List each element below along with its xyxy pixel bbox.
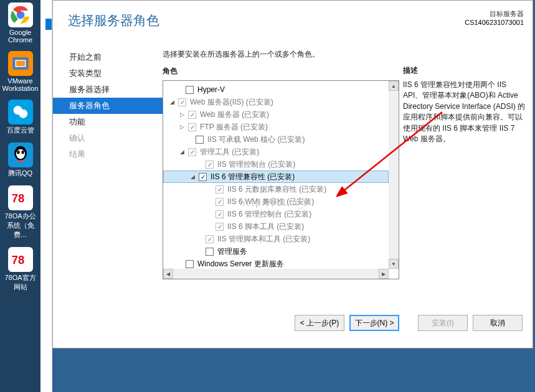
checkbox[interactable] <box>188 111 196 119</box>
app-icon: 78 <box>8 185 33 210</box>
expand-toggle-icon[interactable]: ◢ <box>189 174 196 180</box>
scroll-down-button[interactable]: ▼ <box>389 259 399 269</box>
roles-tree: Hyper-V◢Web 服务器(IIS) (已安装)▷Web 服务器 (已安装)… <box>163 80 399 279</box>
tree-node[interactable]: ◢Web 服务器(IIS) (已安装) <box>163 96 389 108</box>
target-server-value: CS1406231073001 <box>465 19 524 26</box>
tree-node-label: IIS 管理脚本和工具 (已安装) <box>217 234 310 245</box>
background-window-edge <box>40 0 52 392</box>
svg-text:78: 78 <box>11 253 24 266</box>
desktop-icon-label: 百度云管 <box>7 126 34 135</box>
tree-node[interactable]: 管理服务 <box>163 245 389 258</box>
add-roles-wizard: 选择服务器角色 目标服务器 CS1406231073001 开始之前安装类型服务… <box>52 0 533 348</box>
checkbox[interactable] <box>186 86 194 94</box>
checkbox[interactable] <box>215 223 224 231</box>
desktop-icon[interactable]: 7878OA办公系统（免费… <box>0 183 40 242</box>
desktop-icon[interactable]: Google Chrome <box>0 0 40 46</box>
horizontal-scrollbar[interactable]: ◀ ▶ <box>163 269 389 279</box>
tree-node[interactable]: IIS 可承载 Web 核心 (已安装) <box>163 133 389 146</box>
checkbox[interactable] <box>206 248 214 256</box>
tree-node[interactable]: ▷Web 服务器 (已安装) <box>163 108 389 121</box>
desktop-icon-label: 腾讯QQ <box>8 169 32 178</box>
tree-node-label: IIS 6 元数据库兼容性 (已安装) <box>227 184 326 195</box>
tree-node-label: Windows Server 更新服务 <box>197 259 284 269</box>
checkbox[interactable] <box>215 210 224 218</box>
tree-node-label: IIS 管理控制台 (已安装) <box>217 159 295 170</box>
next-button[interactable]: 下一步(N) > <box>349 315 399 331</box>
tree-node[interactable]: Hyper-V <box>163 83 389 96</box>
desktop-icon-label: 78OA办公系统（免费… <box>1 212 39 240</box>
tree-node[interactable]: IIS 6 脚本工具 (已安装) <box>163 220 389 233</box>
target-server-block: 目标服务器 CS1406231073001 <box>465 9 524 26</box>
description-heading: 描述 <box>403 65 526 76</box>
checkbox[interactable] <box>188 123 196 131</box>
svg-point-8 <box>16 149 24 159</box>
checkbox[interactable] <box>188 148 196 156</box>
expand-toggle-icon[interactable]: ◢ <box>178 149 186 155</box>
app-icon <box>8 100 33 124</box>
page-title: 选择服务器角色 <box>68 12 465 29</box>
svg-point-6 <box>19 110 27 118</box>
desktop-icon[interactable]: 百度云管 <box>0 97 40 138</box>
tree-node-label: FTP 服务器 (已安装) <box>200 122 268 133</box>
cancel-button[interactable]: 取消 <box>473 315 523 331</box>
scroll-left-button[interactable]: ◀ <box>163 269 173 279</box>
checkbox[interactable] <box>196 136 204 144</box>
desktop-icon[interactable]: 腾讯QQ <box>0 140 40 180</box>
desktop-icon-label: VMware Workstation <box>1 77 39 92</box>
wizard-footer: < 上一步(P) 下一步(N) > 安装(I) 取消 <box>53 304 533 342</box>
tree-node-label: Web 服务器(IIS) (已安装) <box>190 97 273 108</box>
tree-node[interactable]: IIS 管理控制台 (已安装) <box>163 158 389 170</box>
tree-node[interactable]: ◢管理工具 (已安装) <box>163 146 389 158</box>
tree-node-label: 管理工具 (已安装) <box>200 147 259 157</box>
tree-node[interactable]: IIS 6 WMI 兼容性 (已安装) <box>163 195 389 208</box>
app-icon <box>8 2 33 27</box>
tree-node-label: IIS 6 管理兼容性 (已安装) <box>211 172 295 182</box>
wizard-nav-step[interactable]: 服务器角色 <box>53 98 163 114</box>
tree-node[interactable]: Windows Server 更新服务 <box>163 258 389 269</box>
svg-point-9 <box>17 151 19 154</box>
expand-toggle-icon[interactable]: ▷ <box>178 124 186 130</box>
tree-node[interactable]: IIS 管理脚本和工具 (已安装) <box>163 233 389 245</box>
wizard-nav-step[interactable]: 功能 <box>53 114 163 130</box>
desktop-icon[interactable]: 7878OA官方网站 <box>0 245 40 294</box>
checkbox[interactable] <box>215 185 224 194</box>
checkbox[interactable] <box>186 260 194 268</box>
desktop-icon-column: Google ChromeVMware Workstation百度云管腾讯QQ7… <box>0 0 40 392</box>
prev-button[interactable]: < 上一步(P) <box>295 315 344 331</box>
description-body: IIS 6 管理兼容性对使用两个 IIS API、管理基本对象(ABO)和 Ac… <box>403 80 526 144</box>
target-server-label: 目标服务器 <box>465 9 524 19</box>
desktop-icon-label: 78OA官方网站 <box>1 273 39 292</box>
scroll-right-button[interactable]: ▶ <box>379 269 389 279</box>
tree-node[interactable]: IIS 6 元数据库兼容性 (已安装) <box>163 183 389 195</box>
checkbox[interactable] <box>215 198 224 206</box>
roles-heading: 角色 <box>163 66 399 77</box>
wizard-nav-step[interactable]: 开始之前 <box>53 49 163 65</box>
tree-node-label: Web 服务器 (已安装) <box>200 110 269 120</box>
wizard-nav-step[interactable]: 安装类型 <box>53 65 163 82</box>
checkbox[interactable] <box>178 98 186 106</box>
tree-node[interactable]: IIS 6 管理控制台 (已安装) <box>163 208 389 220</box>
tree-node[interactable]: ◢IIS 6 管理兼容性 (已安装) <box>163 170 389 183</box>
svg-text:78: 78 <box>11 192 24 205</box>
wizard-nav: 开始之前安装类型服务器选择服务器角色功能确认结果 <box>53 44 163 304</box>
expand-toggle-icon[interactable]: ▷ <box>178 111 186 118</box>
scroll-up-button[interactable]: ▲ <box>389 81 399 91</box>
wizard-nav-step[interactable]: 服务器选择 <box>53 82 163 98</box>
vertical-scrollbar[interactable]: ▲ ▼ <box>389 81 399 269</box>
tree-node-label: IIS 6 管理控制台 (已安装) <box>227 209 311 220</box>
install-button[interactable]: 安装(I) <box>418 315 468 331</box>
tree-node-label: 管理服务 <box>217 246 247 257</box>
tree-node[interactable]: ▷FTP 服务器 (已安装) <box>163 121 389 133</box>
desktop-icon[interactable]: VMware Workstation <box>0 49 40 95</box>
wizard-nav-step: 结果 <box>53 146 163 162</box>
checkbox[interactable] <box>206 161 214 169</box>
expand-toggle-icon[interactable]: ◢ <box>168 99 176 105</box>
intro-text: 选择要安装在所选服务器上的一个或多个角色。 <box>163 49 399 60</box>
checkbox[interactable] <box>199 173 207 181</box>
app-icon: 78 <box>8 247 33 272</box>
background-window-accent <box>45 19 52 30</box>
tree-node-label: Hyper-V <box>197 85 225 94</box>
tree-node-label: IIS 6 脚本工具 (已安装) <box>227 222 304 232</box>
checkbox[interactable] <box>206 235 214 243</box>
wizard-nav-step: 确认 <box>53 130 163 146</box>
